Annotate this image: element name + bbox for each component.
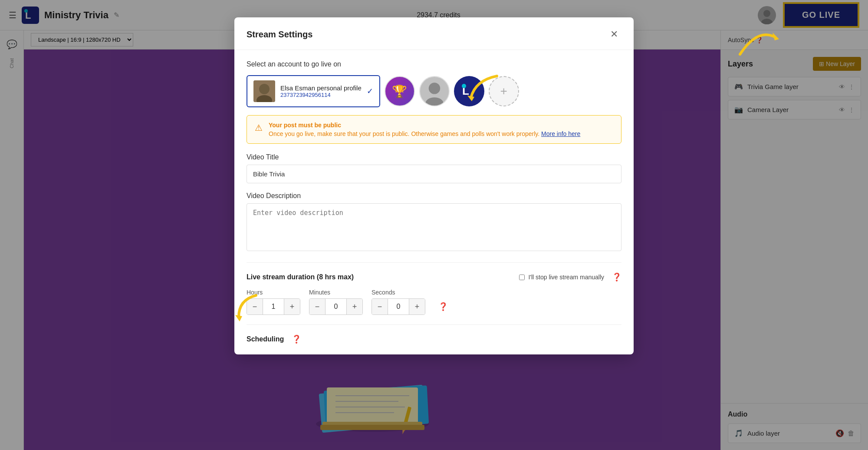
stream-settings-modal: Stream Settings ✕ Select an account to g…	[234, 17, 634, 354]
modal-body: Select an account to go live on Elsa Esm…	[234, 50, 634, 354]
divider-1	[247, 262, 621, 263]
seconds-stepper: − +	[372, 298, 425, 315]
account-info: Elsa Esman personal profile 237372394295…	[280, 84, 362, 98]
svg-point-19	[259, 84, 270, 94]
minutes-stepper: − +	[309, 298, 363, 315]
plus-icon: +	[500, 84, 507, 98]
video-desc-group: Video Description	[247, 192, 621, 253]
svg-point-22	[429, 83, 440, 94]
account-section-label: Select an account to go live on	[247, 60, 621, 68]
hours-increment[interactable]: +	[284, 299, 300, 314]
hours-label: Hours	[247, 289, 300, 296]
warning-title: Your post must be public	[269, 122, 580, 129]
account-name: Elsa Esman personal profile	[280, 84, 362, 92]
warning-box: ⚠ Your post must be public Once you go l…	[247, 115, 621, 144]
modal-overlay[interactable]: Stream Settings ✕ Select an account to g…	[0, 0, 868, 450]
seconds-increment[interactable]: +	[409, 299, 425, 314]
duration-help-icon[interactable]: ❓	[438, 302, 448, 311]
scheduling-title: Scheduling	[247, 335, 284, 343]
manual-help-icon[interactable]: ❓	[612, 272, 621, 282]
hours-group: Hours − +	[247, 289, 300, 315]
hours-decrement[interactable]: −	[247, 299, 263, 314]
duration-fields: Hours − + Minutes − + Seco	[247, 289, 621, 315]
video-title-group: Video Title	[247, 153, 621, 183]
manual-stop-group: I'll stop live stream manually ❓	[519, 272, 621, 282]
account-trophy[interactable]: 🏆	[385, 76, 415, 106]
modal-close-button[interactable]: ✕	[607, 27, 621, 42]
check-icon: ✓	[367, 86, 373, 96]
minutes-value[interactable]	[325, 299, 347, 314]
seconds-label: Seconds	[372, 289, 425, 296]
warning-icon: ⚠	[255, 122, 263, 137]
seconds-decrement[interactable]: −	[372, 299, 388, 314]
seconds-group: Seconds − +	[372, 289, 425, 315]
account-person[interactable]	[419, 76, 450, 106]
video-desc-textarea[interactable]	[247, 203, 621, 251]
video-desc-label: Video Description	[247, 192, 621, 200]
add-account-button[interactable]: +	[489, 76, 519, 106]
video-title-input[interactable]	[247, 165, 621, 183]
manual-stop-label: I'll stop live stream manually	[528, 274, 604, 281]
minutes-decrement[interactable]: −	[309, 299, 325, 314]
svg-point-26	[462, 84, 466, 88]
more-info-link[interactable]: More info here	[541, 130, 580, 137]
scheduling-row: Scheduling ❓	[247, 334, 621, 344]
warning-content: Your post must be public Once you go liv…	[269, 122, 580, 137]
account-avatar	[253, 80, 275, 102]
duration-title: Live stream duration (8 hrs max)	[247, 273, 354, 281]
warning-body: Once you go live, make sure that your po…	[269, 130, 580, 137]
hours-stepper: − +	[247, 298, 300, 315]
account-id: 2373723942956114	[280, 92, 362, 98]
modal-title: Stream Settings	[247, 30, 312, 40]
hours-value[interactable]	[263, 299, 284, 314]
minutes-label: Minutes	[309, 289, 363, 296]
selected-account-card[interactable]: Elsa Esman personal profile 237372394295…	[247, 75, 380, 107]
minutes-increment[interactable]: +	[347, 299, 362, 314]
minutes-group: Minutes − +	[309, 289, 363, 315]
account-brand[interactable]: L	[454, 76, 484, 106]
video-title-label: Video Title	[247, 153, 621, 161]
manual-stop-checkbox[interactable]	[519, 275, 525, 280]
account-selector: Elsa Esman personal profile 237372394295…	[247, 75, 621, 107]
duration-row: Live stream duration (8 hrs max) I'll st…	[247, 272, 621, 282]
scheduling-help-icon[interactable]: ❓	[292, 334, 301, 344]
divider-2	[247, 324, 621, 325]
modal-header: Stream Settings ✕	[234, 17, 634, 50]
seconds-value[interactable]	[388, 299, 409, 314]
